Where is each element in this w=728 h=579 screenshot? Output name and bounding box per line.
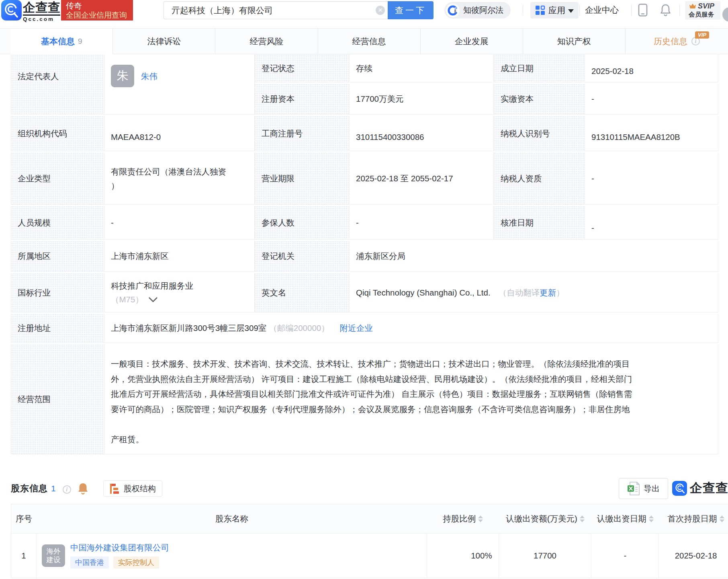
qcc-watermark-text: 企查查 [690,480,728,497]
tab-operation[interactable]: 经营信息 [318,29,421,54]
tab-risk[interactable]: 经营风险 [215,29,318,54]
label-legal-rep: 法定代表人 [11,54,104,115]
label-industry: 国标行业 [11,273,104,312]
value-company-type: 有限责任公司（港澳台法人独资） [104,152,255,205]
apps-label: 应用 [548,5,565,16]
search-input[interactable] [164,1,388,19]
user-avatar[interactable] [722,7,728,22]
col-name: 股东名称 [37,504,427,533]
shareholders-count: 1 [51,484,56,493]
tab-legal[interactable]: 法律诉讼 [113,29,215,54]
zhibi-alpha-entry[interactable]: 知彼阿尔法 [444,2,511,18]
sort-icon[interactable] [580,515,585,522]
label-english-name: 英文名 [255,273,350,312]
subscribe-bell-icon[interactable] [78,482,88,495]
vip-badge: VIP [695,31,709,39]
qcc-wordmark[interactable]: 企查查 Qcc.com [23,0,63,22]
shareholders-table: 序号 股东名称 持股比例 认缴出资额(万美元) 认缴出资日期 首次持股日期 1 … [11,504,728,578]
legal-rep-link[interactable]: 朱伟 [141,71,157,82]
clear-search-icon[interactable]: ✕ [376,6,385,15]
label-address: 注册地址 [11,314,104,343]
value-address: 上海市浦东新区新川路300号3幢三层309室 （邮编200000） 附近企业 [104,314,718,343]
label-reg-capital: 注册资本 [255,84,350,115]
value-staff-size: - [104,206,255,240]
search-bar: ✕ 查一下 [164,1,434,19]
svip-sub-label: 会员服务 [689,10,720,18]
value-english-name: Qiqi Technology (Shanghai) Co., Ltd. （自动… [350,273,718,312]
svip-member-service[interactable]: SVIP 会员服务 [685,1,720,20]
label-reg-authority: 登记机关 [255,241,350,272]
crown-icon [689,3,697,10]
label-biz-reg-no: 工商注册号 [255,116,350,151]
nearby-companies-link[interactable]: 附近企业 [340,322,373,334]
tab-development[interactable]: 企业发展 [421,29,523,54]
promo-line2: 全国企业信用查询 [66,10,129,20]
value-taxpayer-id: 91310115MAEAA8120B [585,116,718,151]
export-button[interactable]: 导出 [619,478,668,499]
qcc-watermark: 企查查 [672,480,728,497]
controller-tag[interactable]: 实际控制人 [113,556,159,569]
equity-structure-button[interactable]: 股权结构 [103,480,162,497]
excel-file-icon [627,482,640,495]
value-org-code: MAEAA812-0 [104,116,255,151]
apps-grid-icon [535,5,545,15]
col-ratio[interactable]: 持股比例 [427,504,499,533]
promo-banner: 传奇 全国企业信用查询 [61,0,133,21]
col-amount[interactable]: 认缴出资额(万美元) [499,504,592,533]
divider [679,5,680,16]
shareholder-row: 1 海外 建设 中国海外建设集团有限公司 中国香港 实际控制人 100% 177… [11,534,728,578]
value-reg-capital: 17700万美元 [350,84,494,115]
sort-icon[interactable] [649,515,654,522]
divider [579,5,580,16]
qcc-watermark-icon [672,481,687,496]
mobile-icon[interactable] [638,4,648,16]
value-biz-reg-no: 310115400330086 [350,116,494,151]
qcc-logo-icon[interactable] [1,0,22,21]
col-index: 序号 [11,504,37,533]
top-header: 企查查 Qcc.com 传奇 全国企业信用查询 ✕ 查一下 知彼阿尔法 应用 [0,0,728,28]
value-paid-capital: - [585,84,718,115]
tab-basic-info[interactable]: 基本信息 9 [10,29,113,54]
value-insured-count: - [350,206,494,240]
equity-structure-icon [110,483,120,494]
shareholder-name-link[interactable]: 中国海外建设集团有限公司 [70,543,169,552]
label-scope: 经营范围 [11,344,104,454]
qcc-brand-cn: 企查查 [23,0,60,16]
shareholders-table-head: 序号 股东名称 持股比例 认缴出资额(万美元) 认缴出资日期 首次持股日期 [11,504,728,534]
label-reg-status: 登记状态 [255,54,350,82]
tab-ip[interactable]: 知识产权 [523,29,626,54]
col-first-date[interactable]: 首次持股日期 [659,504,728,533]
auto-translate-note: （自动翻译更新） [499,287,564,298]
expand-chevron-icon[interactable] [148,297,158,302]
promo-line1: 传奇 [66,1,129,10]
shareholders-info-icon[interactable]: i [63,485,71,494]
translate-update-link[interactable]: 更新 [540,288,556,297]
section-tabbar: 基本信息 9 法律诉讼 经营风险 经营信息 企业发展 知识产权 历史信息 VIP… [0,28,728,54]
shareholders-title: 股东信息 [11,482,48,495]
zhibi-alpha-label: 知彼阿尔法 [463,5,503,16]
apps-menu[interactable]: 应用 [530,2,579,18]
qcc-brand-en: Qcc.com [23,16,63,22]
shareholders-header: 股东信息 1 i 股权结构 导出 企查 [11,478,728,499]
enterprise-center-link[interactable]: 企业中心 [585,4,619,16]
industry-code: （M75） [111,294,143,305]
label-region: 所属地区 [11,241,104,272]
region-tag[interactable]: 中国香港 [70,556,109,569]
qcc-logo-glyph [4,3,19,18]
shareholder-name-cell: 海外 建设 中国海外建设集团有限公司 中国香港 实际控制人 [37,534,427,578]
caret-down-icon [568,9,574,13]
sort-icon[interactable] [720,515,724,522]
sort-icon[interactable] [478,515,483,522]
bell-icon[interactable] [660,4,671,16]
tab-history[interactable]: 历史信息 VIP i [626,29,728,54]
col-pay-date[interactable]: 认缴出资日期 [591,504,659,533]
value-scope: 一般项目：技术服务、技术开发、技术咨询、技术交流、技术转让、技术推广；货物进出口… [104,344,718,454]
value-reg-status: 存续 [350,54,494,82]
tab-basic-count: 9 [78,37,82,46]
basic-info-table: 法定代表人 朱 朱伟 登记状态 存续 成立日期 2025-02-18 注册资本 … [11,54,718,454]
search-button[interactable]: 查一下 [388,1,434,19]
zhibi-alpha-icon [446,4,460,17]
value-establish-date: 2025-02-18 [585,54,718,82]
legal-rep-avatar[interactable]: 朱 [111,65,134,87]
label-approval-date: 核准日期 [494,206,585,240]
